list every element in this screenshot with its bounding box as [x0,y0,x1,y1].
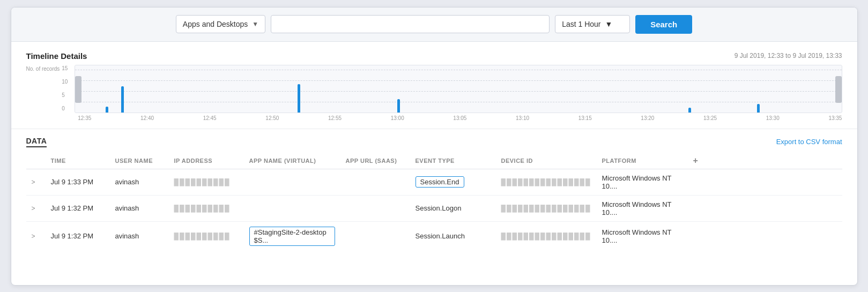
timeline-range: 9 Jul 2019, 12:33 to 9 Jul 2019, 13:33 [735,52,842,59]
grid-line-15 [75,70,841,70]
expand-icon-1[interactable]: > [32,178,35,186]
timeline-header: Timeline Details 9 Jul 2019, 12:33 to 9 … [26,51,842,61]
expand-icon-2[interactable]: > [32,205,35,212]
data-header: DATA Export to CSV format [26,137,842,147]
filter-dropdown[interactable]: Apps and Desktops ▼ [176,15,265,33]
row2-username: avinash [110,195,169,221]
col-header-platform: PLATFORM [597,153,688,169]
event-badge-1: Session.End [416,176,464,188]
x-label-1335: 13:35 [828,115,842,121]
x-label-1320: 13:20 [641,115,654,121]
y-label-5: 5 [62,93,73,98]
row2-expand[interactable]: > [26,195,46,221]
col-header-eventtype: EVENT TYPE [410,153,496,169]
x-label-1315: 13:15 [578,115,592,121]
y-axis-label: No. of records [26,66,60,72]
row1-expand[interactable]: > [26,169,46,195]
row3-time: Jul 9 1:32 PM [46,221,110,251]
row1-device-blurred: ████████████████ [501,178,591,186]
x-label-1235: 12:35 [78,115,91,121]
x-label-1240: 12:40 [140,115,154,121]
expand-icon-3[interactable]: > [32,233,35,240]
y-label-10: 10 [62,79,73,85]
row3-appname: #StagingSite-2-desktop $S... [244,221,340,251]
grid-line-10 [75,80,841,81]
row2-time: Jul 9 1:32 PM [46,195,110,221]
row2-device-blurred: ████████████████ [501,205,591,212]
row1-appname [244,169,340,195]
main-container: Apps and Desktops ▼ Last 1 Hour ▼ Search… [11,7,858,286]
row3-ip: ██████████ [169,221,244,251]
table-row: > Jul 9 1:33 PM avinash ██████████ Sessi… [26,169,842,195]
row2-eventtype: Session.Logon [410,195,496,221]
row3-appurl [340,221,410,251]
row1-eventtype: Session.End [410,169,496,195]
col-header-appurl: APP URL (SAAS) [340,153,410,169]
x-label-1305: 13:05 [453,115,466,121]
data-section: DATA Export to CSV format TIME USER NAME… [11,129,857,256]
x-label-1250: 12:50 [265,115,279,121]
col-header-appname: APP NAME (VIRTUAL) [244,153,340,169]
chart-bar-5 [688,108,691,113]
scroll-handle-right[interactable] [835,76,842,103]
chevron-down-icon-time: ▼ [605,20,613,28]
table-row: > Jul 9 1:32 PM avinash ██████████ #Stag… [26,221,842,251]
chart-bar-2 [121,86,124,112]
app-badge-1: #StagingSite-2-desktop $S... [249,227,335,246]
row3-ip-blurred: ██████████ [174,233,231,240]
row3-expand[interactable]: > [26,221,46,251]
chart-bar-3 [298,84,300,113]
y-label-0: 0 [62,106,73,111]
y-label-15: 15 [62,66,73,71]
col-header-expand [26,153,46,169]
col-header-deviceid: DEVICE ID [496,153,597,169]
x-label-1255: 12:55 [328,115,342,121]
row1-username: avinash [110,169,169,195]
row2-appname [244,195,340,221]
x-label-1245: 12:45 [203,115,217,121]
chart-bar-6 [757,104,760,113]
timeline-title: Timeline Details [26,51,87,61]
filter-label: Apps and Desktops [183,20,248,28]
time-label: Last 1 Hour [562,20,600,28]
row2-platform: Microsoft Windows NT 10.... [597,195,688,221]
row3-addcol [688,221,842,251]
x-label-1300: 13:00 [391,115,404,121]
row1-appurl [340,169,410,195]
export-csv-link[interactable]: Export to CSV format [776,138,842,146]
col-header-time: TIME [46,153,110,169]
search-button[interactable]: Search [635,15,692,34]
row2-addcol [688,195,842,221]
col-header-username: USER NAME [110,153,169,169]
x-label-1325: 13:25 [703,115,717,121]
data-table: TIME USER NAME IP ADDRESS APP NAME (VIRT… [26,153,842,251]
x-axis: 12:35 12:40 12:45 12:50 12:55 13:00 13:0… [62,115,842,121]
col-header-ip: IP ADDRESS [169,153,244,169]
table-row: > Jul 9 1:32 PM avinash ██████████ Sessi… [26,195,842,221]
col-header-add[interactable]: + [688,153,842,169]
timeline-section: Timeline Details 9 Jul 2019, 12:33 to 9 … [11,42,857,129]
row3-platform: Microsoft Windows NT 10.... [597,221,688,251]
row2-deviceid: ████████████████ [496,195,597,221]
chevron-down-icon: ▼ [252,20,258,28]
row2-appurl [340,195,410,221]
row3-device-blurred: ████████████████ [501,233,591,240]
row3-eventtype: Session.Launch [410,221,496,251]
x-label-1330: 13:30 [766,115,780,121]
x-label-1310: 13:10 [516,115,529,121]
row3-deviceid: ████████████████ [496,221,597,251]
time-dropdown[interactable]: Last 1 Hour ▼ [555,15,630,33]
row1-ip-blurred: ██████████ [174,178,231,186]
row1-time: Jul 9 1:33 PM [46,169,110,195]
table-header-row: TIME USER NAME IP ADDRESS APP NAME (VIRT… [26,153,842,169]
data-title: DATA [26,137,47,147]
grid-line-5 [75,91,841,92]
scroll-handle-left[interactable] [75,76,81,103]
search-bar: Apps and Desktops ▼ Last 1 Hour ▼ Search [11,8,857,42]
row1-platform: Microsoft Windows NT 10.... [597,169,688,195]
row1-addcol [688,169,842,195]
search-input[interactable] [271,15,550,33]
row1-ip: ██████████ [169,169,244,195]
grid-line-0 [75,102,841,102]
row2-ip-blurred: ██████████ [174,205,231,212]
